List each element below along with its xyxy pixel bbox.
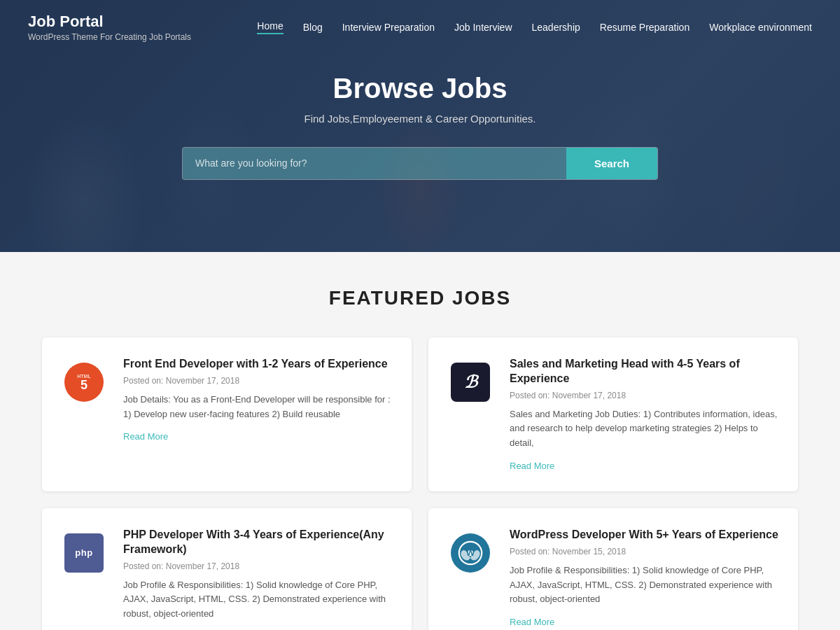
- job-info-4: WordPress Developer With 5+ Years of Exp…: [510, 528, 781, 630]
- job-card-4: W WordPress Developer With 5+ Years of E…: [428, 508, 798, 630]
- job-desc-2: Sales and Marketing Job Duties: 1) Contr…: [510, 407, 781, 451]
- nav-leadership[interactable]: Leadership: [532, 22, 580, 33]
- job-card-2: ℬ Sales and Marketing Head with 4-5 Year…: [428, 337, 798, 491]
- nav-blog[interactable]: Blog: [303, 22, 323, 33]
- svg-text:W: W: [466, 547, 475, 558]
- nav-resume[interactable]: Resume Preparation: [600, 22, 690, 33]
- job-date-1: Posted on: November 17, 2018: [123, 376, 395, 386]
- job-date-4: Posted on: November 15, 2018: [510, 547, 781, 556]
- brand-subtitle: WordPress Theme For Creating Job Portals: [28, 32, 191, 42]
- job-info-2: Sales and Marketing Head with 4-5 Years …: [510, 357, 781, 472]
- job-title-2: Sales and Marketing Head with 4-5 Years …: [510, 357, 781, 386]
- job-title-4: WordPress Developer With 5+ Years of Exp…: [510, 528, 781, 542]
- job-icon-b3: ℬ: [445, 357, 496, 407]
- jobs-grid: HTML 5 Front End Developer with 1-2 Year…: [42, 337, 798, 630]
- wordpress-icon: W: [451, 533, 490, 573]
- site-header: Job Portal WordPress Theme For Creating …: [0, 0, 840, 55]
- main-nav: Home Blog Interview Preparation Job Inte…: [257, 20, 812, 34]
- job-title-3: PHP Developer With 3-4 Years of Experien…: [123, 528, 395, 557]
- brand: Job Portal WordPress Theme For Creating …: [28, 13, 191, 42]
- hero-section: Job Portal WordPress Theme For Creating …: [0, 0, 840, 252]
- nav-home[interactable]: Home: [257, 20, 283, 34]
- nav-job-interview[interactable]: Job Interview: [454, 22, 512, 33]
- main-content: FEATURED JOBS HTML 5 Front End Developer…: [0, 252, 840, 630]
- job-desc-1: Job Details: You as a Front-End Develope…: [123, 393, 395, 422]
- job-desc-4: Job Profile & Responsibilities: 1) Solid…: [510, 564, 781, 607]
- job-icon-html5: HTML 5: [59, 357, 109, 407]
- job-card-3: php PHP Developer With 3-4 Years of Expe…: [42, 508, 412, 630]
- hero-subtitle: Find Jobs,Employeement & Career Opportun…: [0, 113, 840, 125]
- brand-title: Job Portal: [28, 13, 191, 31]
- b3-icon: ℬ: [451, 363, 490, 402]
- job-info-1: Front End Developer with 1-2 Years of Ex…: [123, 357, 395, 472]
- job-icon-wp: W: [445, 528, 496, 578]
- job-desc-3: Job Profile & Responsibilities: 1) Solid…: [123, 578, 395, 622]
- search-input[interactable]: [183, 148, 566, 179]
- job-info-3: PHP Developer With 3-4 Years of Experien…: [123, 528, 395, 630]
- featured-jobs-title: FEATURED JOBS: [42, 287, 798, 309]
- search-button[interactable]: Search: [566, 148, 657, 179]
- php-icon: php: [64, 533, 104, 573]
- job-date-2: Posted on: November 17, 2018: [510, 391, 781, 400]
- nav-interview-prep[interactable]: Interview Preparation: [342, 22, 435, 33]
- hero-content: Browse Jobs Find Jobs,Employeement & Car…: [0, 73, 840, 180]
- job-date-3: Posted on: November 17, 2018: [123, 561, 395, 571]
- read-more-1[interactable]: Read More: [123, 431, 168, 442]
- nav-workplace[interactable]: Workplace environment: [709, 22, 812, 33]
- search-bar: Search: [182, 147, 658, 180]
- html5-icon: HTML 5: [64, 363, 104, 402]
- job-card-1: HTML 5 Front End Developer with 1-2 Year…: [42, 337, 412, 491]
- job-title-1: Front End Developer with 1-2 Years of Ex…: [123, 357, 395, 372]
- read-more-4[interactable]: Read More: [510, 617, 554, 627]
- hero-title: Browse Jobs: [0, 73, 840, 104]
- job-icon-php: php: [59, 528, 109, 578]
- read-more-2[interactable]: Read More: [510, 461, 554, 471]
